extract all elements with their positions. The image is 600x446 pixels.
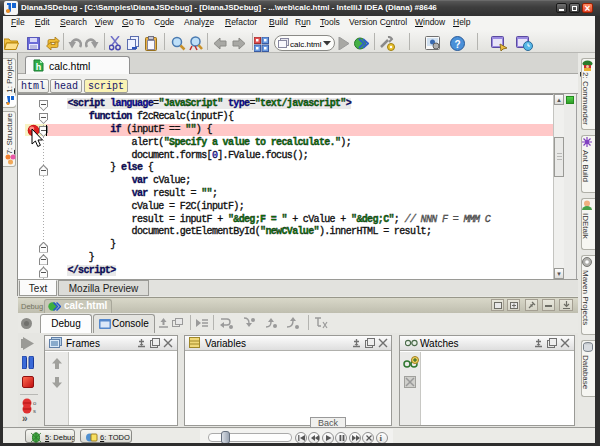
svg-text:s: s <box>33 408 36 414</box>
svg-text:h: h <box>36 62 42 72</box>
svg-text:o: o <box>33 400 37 406</box>
svg-text:?: ? <box>454 39 460 50</box>
